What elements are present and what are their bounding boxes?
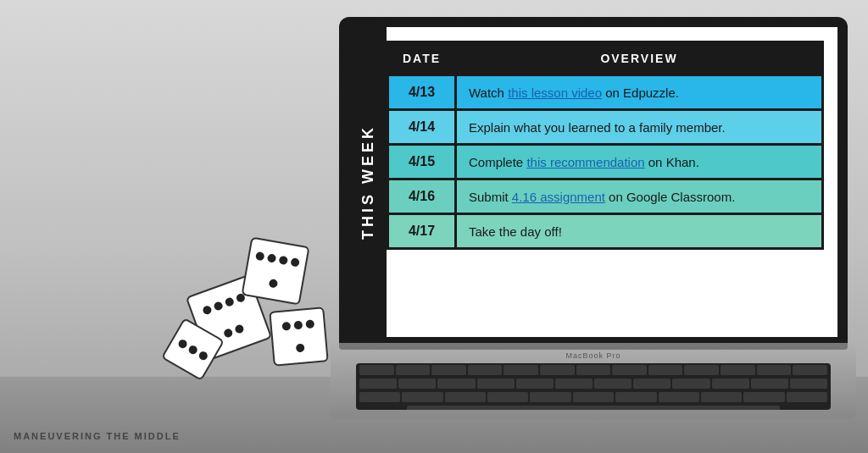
laptop-screen: THIS WEEK DATE OVERVIEW 4/13 Wa <box>349 27 837 337</box>
table-row: 4/13 Watch this lesson video on Edpuzzle… <box>388 75 823 110</box>
overview-text: Explain what you learned to a family mem… <box>469 120 726 135</box>
brand-watermark: MANEUVERING THE MIDDLE <box>14 431 181 441</box>
laptop-base: MacBook Pro <box>331 343 856 419</box>
date-cell: 4/13 <box>388 75 456 110</box>
overview-suffix: on Google Classroom. <box>605 190 735 204</box>
recommendation-link[interactable]: this recommendation <box>526 155 644 169</box>
table-row: 4/14 Explain what you learned to a famil… <box>388 110 823 145</box>
dice-decoration <box>153 216 339 402</box>
table-row: 4/17 Take the day off! <box>388 214 823 249</box>
schedule-table-container: DATE OVERVIEW 4/13 Watch this lesson vid… <box>387 27 837 337</box>
date-header: DATE <box>388 42 456 75</box>
overview-header: OVERVIEW <box>456 42 823 75</box>
this-week-label: THIS WEEK <box>349 27 387 337</box>
overview-cell: Explain what you learned to a family mem… <box>456 110 823 145</box>
overview-cell: Watch this lesson video on Edpuzzle. <box>456 75 823 110</box>
date-cell: 4/15 <box>388 145 456 180</box>
screen-bezel: THIS WEEK DATE OVERVIEW 4/13 Wa <box>339 17 848 347</box>
assignment-link[interactable]: 4.16 assignment <box>512 190 605 204</box>
date-cell: 4/17 <box>388 214 456 249</box>
overview-text: Submit <box>469 190 512 204</box>
laptop-hinge <box>339 343 848 350</box>
overview-text: Complete <box>469 155 526 169</box>
overview-cell: Submit 4.16 assignment on Google Classro… <box>456 180 823 214</box>
overview-suffix: on Khan. <box>645 155 699 169</box>
schedule-table: DATE OVERVIEW 4/13 Watch this lesson vid… <box>387 41 824 250</box>
keyboard <box>356 363 831 410</box>
laptop: THIS WEEK DATE OVERVIEW 4/13 Wa <box>331 17 856 419</box>
date-cell: 4/14 <box>388 110 456 145</box>
table-row: 4/15 Complete this recommendation on Kha… <box>388 145 823 180</box>
table-row: 4/16 Submit 4.16 assignment on Google Cl… <box>388 180 823 214</box>
overview-text: Watch <box>469 86 508 100</box>
date-cell: 4/16 <box>388 180 456 214</box>
macbook-label: MacBook Pro <box>565 351 620 360</box>
overview-cell: Complete this recommendation on Khan. <box>456 145 823 180</box>
overview-cell: Take the day off! <box>456 214 823 249</box>
lesson-video-link[interactable]: this lesson video <box>508 86 602 100</box>
overview-suffix: on Edpuzzle. <box>602 86 679 100</box>
overview-text: Take the day off! <box>469 224 562 239</box>
